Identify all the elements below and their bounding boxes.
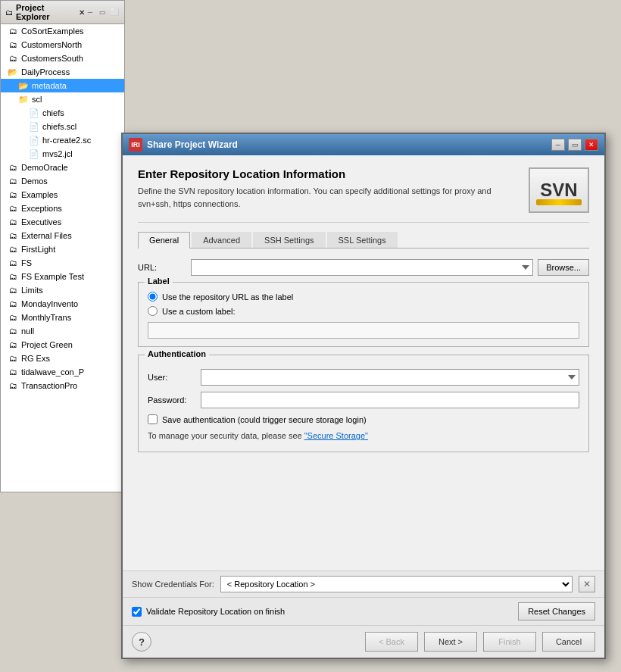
dialog-minimize-button[interactable]: ─ [551, 139, 565, 151]
radio-row-url-label: Use the repository URL as the label [148, 292, 579, 302]
svn-logo: SVN [529, 167, 589, 213]
auth-legend: Authentication [145, 349, 209, 358]
wizard-title: Enter Repository Location Information [138, 167, 520, 180]
dialog-restore-button[interactable]: ▭ [568, 139, 582, 151]
user-input[interactable] [201, 369, 579, 386]
url-input[interactable] [191, 259, 533, 276]
radio-custom-label-text[interactable]: Use a custom label: [162, 307, 236, 316]
dialog-title-text: Share Project Wizard [147, 139, 238, 150]
tab-advanced[interactable]: Advanced [192, 232, 251, 248]
password-row: Password: [148, 392, 579, 408]
radio-custom-label[interactable] [148, 306, 158, 316]
url-label: URL: [138, 263, 191, 272]
validate-bar: Validate Repository Location on finish R… [123, 597, 604, 625]
wizard-description: Define the SVN repository location infor… [138, 185, 520, 210]
secure-storage-row: To manage your security data, please see… [148, 429, 579, 442]
user-row: User: [148, 369, 579, 386]
header-separator [138, 222, 589, 223]
help-button[interactable]: ? [132, 632, 151, 652]
save-auth-row: Save authentication (could trigger secur… [148, 414, 579, 424]
credentials-select[interactable]: < Repository Location > [220, 576, 573, 592]
label-group-content: Use the repository URL as the label Use … [148, 292, 579, 339]
finish-button[interactable]: Finish [483, 632, 536, 652]
auth-group: Authentication User: Password: Sa [138, 355, 589, 452]
svn-logo-text: SVN [540, 180, 577, 201]
url-row: URL: Browse... [138, 259, 589, 276]
radio-url-as-label[interactable] [148, 292, 158, 302]
dialog-title-bar: IRI Share Project Wizard ─ ▭ ✕ [123, 134, 604, 155]
label-group-legend: Label [145, 277, 173, 286]
credentials-clear-button[interactable]: ✕ [579, 576, 595, 592]
custom-label-input[interactable] [148, 322, 579, 339]
svn-logo-bar [536, 199, 582, 205]
validate-checkbox[interactable] [132, 607, 142, 617]
password-input[interactable] [201, 392, 579, 408]
cancel-button[interactable]: Cancel [542, 632, 595, 652]
tab-bar: General Advanced SSH Settings SSL Settin… [138, 232, 589, 248]
user-label: User: [148, 373, 201, 382]
dialog-overlay: IRI Share Project Wizard ─ ▭ ✕ Enter Rep… [0, 0, 621, 672]
tab-ssh-settings[interactable]: SSH Settings [253, 232, 325, 248]
credentials-bar: Show Credentials For: < Repository Locat… [123, 570, 604, 597]
reset-changes-button[interactable]: Reset Changes [518, 602, 595, 620]
wizard-header: Enter Repository Location Information De… [138, 167, 589, 213]
tab-general[interactable]: General [138, 232, 190, 248]
auth-content: User: Password: Save authentication (cou… [148, 369, 579, 442]
button-bar: ? < Back Next > Finish Cancel [123, 625, 604, 658]
save-auth-checkbox[interactable] [148, 414, 158, 424]
credentials-label: Show Credentials For: [132, 580, 214, 589]
button-bar-right: < Back Next > Finish Cancel [365, 632, 595, 652]
tab-ssl-settings[interactable]: SSL Settings [327, 232, 398, 248]
wizard-header-text: Enter Repository Location Information De… [138, 167, 520, 210]
password-label: Password: [148, 395, 201, 405]
validate-left: Validate Repository Location on finish [132, 607, 285, 617]
dialog-bottom: Show Credentials For: < Repository Locat… [123, 570, 604, 658]
dialog-title-buttons: ─ ▭ ✕ [551, 139, 598, 151]
url-input-group: Browse... [191, 259, 589, 276]
secure-storage-text: To manage your security data, please see [148, 431, 304, 440]
radio-url-label-text[interactable]: Use the repository URL as the label [162, 292, 293, 302]
dialog-title-left: IRI Share Project Wizard [129, 138, 238, 152]
dialog-content: Enter Repository Location Information De… [123, 155, 604, 467]
share-project-wizard-dialog: IRI Share Project Wizard ─ ▭ ✕ Enter Rep… [121, 133, 606, 659]
dialog-close-button[interactable]: ✕ [585, 139, 598, 151]
label-group: Label Use the repository URL as the labe… [138, 282, 589, 347]
validate-label[interactable]: Validate Repository Location on finish [146, 607, 285, 616]
save-auth-label[interactable]: Save authentication (could trigger secur… [162, 415, 367, 424]
radio-row-custom-label: Use a custom label: [148, 306, 579, 316]
secure-storage-link[interactable]: "Secure Storage" [304, 431, 368, 440]
next-button[interactable]: Next > [424, 632, 477, 652]
dialog-logo: IRI [129, 138, 142, 152]
browse-button[interactable]: Browse... [538, 259, 589, 276]
back-button[interactable]: < Back [365, 632, 418, 652]
